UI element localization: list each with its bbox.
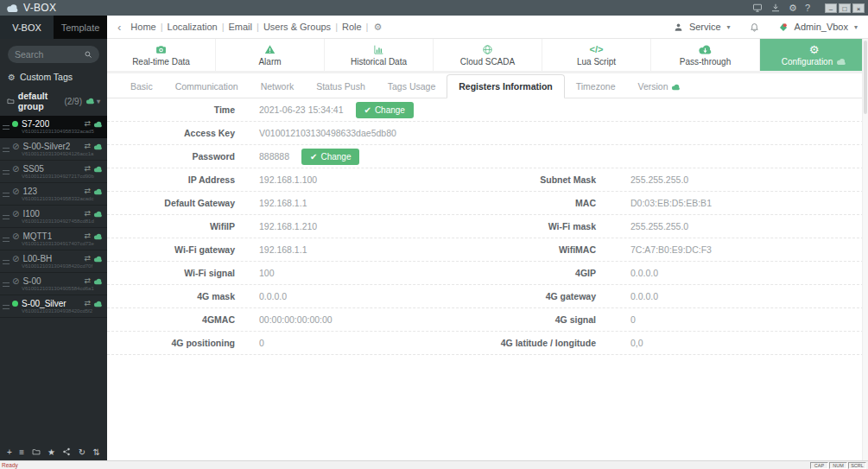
- tool-alarm[interactable]: Alarm: [216, 39, 325, 71]
- list-view-icon[interactable]: ≡: [19, 447, 24, 457]
- minimize-button[interactable]: –: [825, 3, 837, 13]
- drag-handle[interactable]: [3, 170, 10, 174]
- sync-icon[interactable]: ⇄: [84, 164, 91, 174]
- camera-icon: [154, 44, 168, 55]
- search-box[interactable]: [8, 46, 99, 63]
- download-icon[interactable]: [770, 3, 781, 13]
- scrollbar[interactable]: [862, 39, 868, 460]
- cloud-icon[interactable]: [93, 233, 103, 240]
- tab-status-push[interactable]: Status Push: [305, 75, 377, 98]
- add-device-icon[interactable]: +: [7, 447, 12, 457]
- device-serial: V6100121031304958332acad5: [22, 129, 103, 134]
- breadcrumb-home[interactable]: Home: [130, 22, 155, 32]
- group-name: default group: [18, 91, 61, 111]
- device-row-ss05[interactable]: ⊘ SS05 ⇄ V6100121031304927217cd90b: [0, 161, 107, 183]
- tool-configuration[interactable]: ⚙ Configuration: [760, 39, 868, 71]
- sync-icon[interactable]: ⇄: [84, 142, 91, 151]
- change-password-button[interactable]: ✔ Change: [301, 149, 359, 165]
- breadcrumb-users-groups[interactable]: Users & Groups: [263, 22, 331, 32]
- sync-icon[interactable]: ⇄: [84, 119, 91, 129]
- monitor-icon[interactable]: [752, 3, 763, 13]
- form-row-wifi-signal: Wi-Fi signal 100 4GIP 0.0.0.0: [107, 262, 868, 285]
- cloud-icon[interactable]: [93, 121, 103, 128]
- scrollbar-thumb[interactable]: [864, 41, 867, 114]
- default-gateway-value: 192.168.1.1: [235, 198, 399, 208]
- device-row-s-00-silver2[interactable]: ⊘ S-00-Silver2 ⇄ V6100121031304924126acc…: [0, 138, 107, 161]
- tab-vbox[interactable]: V-BOX: [0, 16, 54, 39]
- tab-tags-usage[interactable]: Tags Usage: [377, 75, 447, 98]
- cloud-icon[interactable]: [93, 166, 103, 173]
- sort-icon[interactable]: ⇅: [93, 447, 100, 457]
- tool-pass-through[interactable]: Pass-through: [651, 39, 760, 71]
- sync-icon[interactable]: ⇄: [84, 276, 91, 286]
- registers-form: Time 2021-06-23 15:34:41 ✔ Change Access…: [107, 98, 868, 355]
- tab-template[interactable]: Template: [54, 16, 107, 39]
- tool-realtime-data[interactable]: Real-time Data: [107, 39, 216, 71]
- back-chevron-icon[interactable]: ‹: [117, 21, 121, 34]
- cloud-icon[interactable]: [93, 143, 103, 150]
- drag-handle[interactable]: [3, 125, 10, 130]
- cloud-icon[interactable]: [93, 188, 103, 195]
- device-serial: V6100121031304938420cd5f2: [22, 308, 103, 314]
- bell-icon[interactable]: [750, 22, 759, 32]
- device-serial: V6100121031304917407cd73e: [22, 241, 103, 246]
- breadcrumb-email[interactable]: Email: [229, 22, 253, 32]
- device-row-s7-200[interactable]: S7-200 ⇄ V6100121031304958332acad5: [0, 116, 107, 138]
- drag-handle[interactable]: [3, 305, 10, 309]
- device-row-l00-bh[interactable]: ⊘ L00-BH ⇄ V6100121031304938420cd70f: [0, 250, 107, 273]
- star-icon[interactable]: ★: [48, 447, 55, 457]
- cloud-icon[interactable]: [86, 98, 95, 105]
- help-icon[interactable]: ?: [805, 3, 810, 13]
- cloud-icon[interactable]: [93, 256, 103, 263]
- refresh-icon[interactable]: ↻: [79, 447, 86, 457]
- drag-handle[interactable]: [3, 215, 10, 219]
- breadcrumb-localization[interactable]: Localization: [168, 22, 218, 32]
- drag-handle[interactable]: [3, 238, 10, 242]
- search-icon[interactable]: [84, 50, 92, 59]
- gear-icon[interactable]: ⚙: [789, 3, 797, 13]
- tab-network[interactable]: Network: [250, 75, 306, 98]
- tab-version[interactable]: Version: [626, 75, 691, 98]
- sync-icon[interactable]: ⇄: [84, 209, 91, 219]
- device-row-s-00[interactable]: ⊘ S-00 ⇄ V6100121031304905584cd6a1: [0, 273, 107, 295]
- drag-handle[interactable]: [3, 282, 10, 287]
- drag-handle[interactable]: [3, 260, 10, 264]
- caps-indicator: CAP: [810, 462, 828, 469]
- tab-registers-information[interactable]: Registers Information: [447, 74, 565, 98]
- sync-icon[interactable]: ⇄: [84, 231, 91, 241]
- tab-timezone[interactable]: Timezone: [565, 75, 627, 98]
- chevron-down-icon[interactable]: ▾: [97, 98, 100, 105]
- device-row-i100[interactable]: ⊘ I100 ⇄ V6100121031304927458cd81d: [0, 206, 107, 228]
- tool-historical-data[interactable]: Historical Data: [325, 39, 434, 71]
- tool-cloud-scada[interactable]: Cloud SCADA: [434, 39, 542, 71]
- breadcrumb-settings-icon[interactable]: ⚙: [373, 22, 382, 33]
- custom-tags-item[interactable]: ⚙ Custom Tags: [0, 68, 107, 87]
- device-group-header[interactable]: default group (2/9) ▾: [0, 87, 107, 116]
- sync-icon[interactable]: ⇄: [84, 254, 91, 263]
- drag-handle[interactable]: [3, 193, 10, 197]
- sync-icon[interactable]: ⇄: [84, 187, 91, 196]
- device-row-s-00-silver[interactable]: S-00_Silver ⇄ V6100121031304938420cd5f2: [0, 295, 107, 318]
- tool-lua-script[interactable]: </> Lua Script: [542, 39, 651, 71]
- cloud-icon[interactable]: [93, 278, 103, 285]
- drag-handle[interactable]: [3, 148, 10, 152]
- device-serial: V6100121031304927458cd81d: [22, 219, 103, 224]
- tab-communication[interactable]: Communication: [164, 75, 250, 98]
- close-button[interactable]: ×: [852, 3, 865, 13]
- cloud-icon[interactable]: [93, 301, 103, 307]
- device-row-123[interactable]: ⊘ 123 ⇄ V6100121031304958332acadc: [0, 183, 107, 206]
- sync-icon[interactable]: ⇄: [84, 299, 91, 308]
- search-input[interactable]: [15, 49, 84, 60]
- maximize-button[interactable]: □: [839, 3, 851, 13]
- tab-basic[interactable]: Basic: [119, 75, 164, 98]
- subnet-mask-value: 255.255.255.0: [596, 174, 868, 185]
- cloud-icon[interactable]: [93, 211, 103, 218]
- device-row-mqtt1[interactable]: ⊘ MQTT1 ⇄ V6100121031304917407cd73e: [0, 228, 107, 250]
- breadcrumb-role[interactable]: Role: [342, 22, 362, 32]
- share-icon[interactable]: [62, 447, 71, 456]
- status-text: Ready: [2, 462, 18, 468]
- folder-icon[interactable]: [32, 447, 41, 456]
- account-menu[interactable]: Admin_Vbox: [795, 22, 848, 32]
- change-time-button[interactable]: ✔ Change: [356, 102, 414, 118]
- service-menu[interactable]: Service: [689, 22, 721, 32]
